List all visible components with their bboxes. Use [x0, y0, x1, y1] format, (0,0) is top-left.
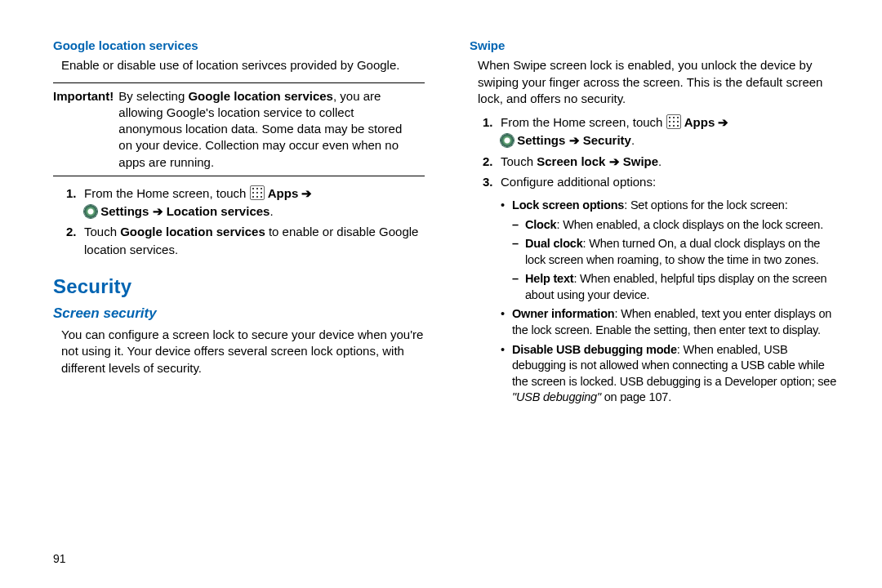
text-bold: Lock screen options — [512, 198, 624, 212]
google-intro: Enable or disable use of location serivc… — [53, 57, 425, 74]
heading-screen-security: Screen security — [53, 305, 425, 323]
arrow-icon: ➔ — [718, 115, 728, 129]
text-bold: Screen lock — [537, 154, 608, 168]
text-bold: Clock — [525, 218, 557, 231]
page: Google location services Enable or disab… — [0, 0, 882, 588]
bullet-lock-screen-options: Lock screen options: Set options for the… — [501, 198, 841, 303]
security-label: Security — [583, 133, 631, 147]
important-note: Important! By selecting Google location … — [53, 82, 425, 176]
step-1: From the Home screen, touch Apps ➔ Setti… — [470, 114, 841, 149]
text-bold: Help text — [525, 272, 573, 285]
heading-google-location: Google location services — [53, 38, 425, 54]
heading-swipe: Swipe — [470, 38, 841, 54]
step-1: From the Home screen, touch Apps ➔ Setti… — [53, 185, 425, 220]
right-column: Swipe When Swipe screen lock is enabled,… — [470, 33, 841, 572]
text-italic: "USB debugging" — [512, 390, 601, 403]
bullet-disable-usb: Disable USB debugging mode: When enabled… — [501, 342, 841, 406]
arrow-icon: ➔ — [301, 186, 312, 200]
apps-icon — [250, 185, 265, 200]
step3-options: Lock screen options: Set options for the… — [470, 198, 841, 406]
text-bold: Disable USB debugging mode — [512, 343, 677, 356]
apps-icon — [666, 114, 681, 129]
google-steps: From the Home screen, touch Apps ➔ Setti… — [53, 185, 425, 259]
page-number: 91 — [53, 552, 66, 565]
important-label: Important! — [53, 88, 114, 105]
text-bold: Google location services — [120, 225, 265, 238]
text: By selecting — [118, 89, 188, 103]
screen-security-para: You can configure a screen lock to secur… — [53, 327, 425, 376]
text-bold: Google location services — [188, 89, 333, 103]
settings-icon — [501, 134, 514, 147]
arrow-icon: ➔ — [569, 133, 580, 147]
dash-help-text: Help text: When enabled, helpful tips di… — [512, 271, 841, 303]
bullet-owner-info: Owner information: When enabled, text yo… — [501, 306, 841, 338]
settings-label: Settings — [100, 204, 152, 218]
period: . — [658, 154, 662, 168]
step-3: Configure additional options: — [470, 173, 841, 191]
dash-list: Clock: When enabled, a clock displays on… — [512, 217, 841, 304]
text-bold: Swipe — [620, 154, 659, 168]
left-column: Google location services Enable or disab… — [53, 33, 425, 572]
heading-security: Security — [53, 274, 425, 300]
arrow-icon: ➔ — [153, 204, 163, 218]
important-body: By selecting Google location services, y… — [117, 88, 412, 171]
location-services-label: Location services — [167, 204, 270, 218]
period: . — [631, 133, 635, 147]
arrow-icon: ➔ — [609, 154, 620, 168]
text-bold: Dual clock — [525, 237, 583, 250]
settings-icon — [84, 205, 97, 218]
apps-label: Apps — [268, 186, 302, 200]
swipe-intro: When Swipe screen lock is enabled, you u… — [470, 57, 841, 107]
step-2: Touch Google location services to enable… — [53, 223, 425, 259]
dash-clock: Clock: When enabled, a clock displays on… — [512, 217, 841, 234]
dash-dual-clock: Dual clock: When turned On, a dual clock… — [512, 236, 841, 268]
text-bold: Owner information — [512, 307, 615, 320]
apps-label: Apps — [684, 115, 719, 129]
text: on page 107. — [601, 390, 671, 403]
text: From the Home screen, touch — [84, 186, 250, 200]
text: Touch — [84, 225, 120, 238]
text: : When enabled, a clock displays on the … — [557, 218, 824, 231]
text: Touch — [501, 154, 537, 168]
period: . — [270, 204, 273, 218]
text: : Set options for the lock screen: — [624, 198, 787, 212]
text: From the Home screen, touch — [501, 115, 666, 129]
swipe-steps: From the Home screen, touch Apps ➔ Setti… — [470, 114, 841, 191]
settings-label: Settings — [517, 133, 568, 147]
step-2: Touch Screen lock ➔ Swipe. — [470, 153, 841, 171]
text: Configure additional options: — [501, 175, 656, 189]
bullet-list: Lock screen options: Set options for the… — [501, 198, 841, 406]
